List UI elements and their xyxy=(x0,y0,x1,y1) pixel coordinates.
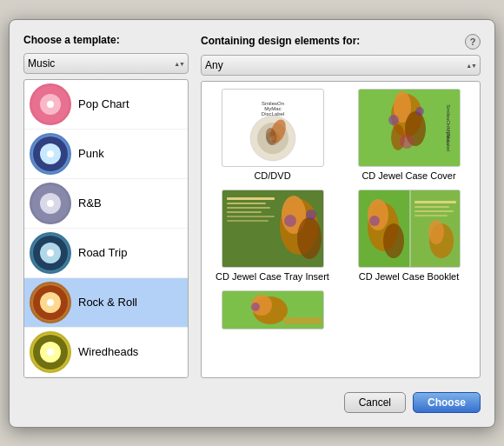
svg-point-11 xyxy=(47,250,54,256)
thumb-tray-insert xyxy=(222,190,324,268)
svg-point-55 xyxy=(369,216,380,226)
svg-point-5 xyxy=(47,150,54,157)
thumb-booklet xyxy=(358,190,461,268)
svg-rect-60 xyxy=(414,215,448,216)
svg-point-14 xyxy=(47,299,54,306)
template-grid[interactable]: SmilesOn MyMac DiscLabel C xyxy=(201,81,481,378)
right-panel-label: Containing design elements for: xyxy=(201,35,360,47)
template-label-pop-chart: Pop Chart xyxy=(78,97,129,110)
template-thumb-wiredheads xyxy=(30,331,71,373)
template-dropdown[interactable]: Music Business Personal School Sports xyxy=(23,53,189,74)
thumb-cddvd: SmilesOn MyMac DiscLabel xyxy=(222,89,324,167)
svg-rect-68 xyxy=(283,317,322,324)
grid-label-cddvd: CD/DVD xyxy=(254,170,290,181)
template-label-road-trip: Road Trip xyxy=(78,246,127,259)
svg-point-53 xyxy=(368,199,388,230)
template-thumb-pop-chart xyxy=(30,83,71,125)
help-button[interactable]: ? xyxy=(465,34,481,50)
template-label-rb: R&B xyxy=(78,196,102,210)
svg-rect-58 xyxy=(414,206,449,208)
left-panel: Choose a template: Music Business Person… xyxy=(23,34,189,378)
svg-point-67 xyxy=(251,303,260,311)
svg-text:DiscLabel: DiscLabel xyxy=(446,132,451,151)
svg-point-17 xyxy=(47,349,54,356)
grid-item-jewel-cover[interactable]: SmilesOnMyMac DiscLabel CD Jewel Case Co… xyxy=(345,89,473,181)
svg-rect-39 xyxy=(227,197,275,200)
grid-item-cddvd[interactable]: SmilesOn MyMac DiscLabel C xyxy=(209,89,336,181)
choose-button[interactable]: Choose xyxy=(413,392,481,413)
dialog-body: Choose a template: Music Business Person… xyxy=(23,34,481,378)
list-item[interactable]: Road Trip xyxy=(24,229,188,278)
svg-point-62 xyxy=(428,220,444,244)
svg-rect-41 xyxy=(227,207,270,209)
grid-label-booklet: CD Jewel Case Booklet xyxy=(359,271,460,282)
template-thumb-rock-roll xyxy=(30,282,71,323)
svg-point-33 xyxy=(415,107,424,116)
grid-label-tray-insert: CD Jewel Case Tray Insert xyxy=(216,271,329,282)
template-label-punk: Punk xyxy=(78,147,104,160)
dialog-footer: Cancel Choose xyxy=(23,389,481,413)
template-thumb-punk xyxy=(30,133,71,175)
svg-point-32 xyxy=(388,115,399,125)
thumb-extra xyxy=(222,290,324,330)
svg-rect-59 xyxy=(414,210,454,212)
template-label-wiredheads: Wiredheads xyxy=(78,345,138,358)
cancel-button[interactable]: Cancel xyxy=(344,392,406,413)
svg-rect-43 xyxy=(227,216,275,217)
template-thumb-road-trip xyxy=(30,232,71,274)
grid-label-jewel-cover: CD Jewel Case Cover xyxy=(361,170,455,181)
svg-point-34 xyxy=(400,135,414,149)
grid-item-extra[interactable] xyxy=(209,290,336,330)
svg-point-47 xyxy=(297,217,322,259)
list-item[interactable]: Rock & Roll xyxy=(24,278,188,328)
list-item[interactable]: Punk xyxy=(24,130,188,179)
svg-rect-44 xyxy=(227,220,269,222)
left-panel-label: Choose a template: xyxy=(23,34,189,46)
thumb-jewel-cover: SmilesOnMyMac DiscLabel xyxy=(358,89,461,167)
grid-item-tray-insert[interactable]: CD Jewel Case Tray Insert xyxy=(209,190,336,282)
template-dropdown-wrapper[interactable]: Music Business Personal School Sports xyxy=(23,53,189,74)
svg-point-8 xyxy=(47,200,54,207)
svg-point-2 xyxy=(47,101,54,108)
elements-dropdown[interactable]: Any Photos Text Only Graphics xyxy=(201,55,481,76)
list-item[interactable]: Pop Chart xyxy=(24,80,188,130)
template-label-rock-roll: Rock & Roll xyxy=(78,296,137,309)
svg-rect-42 xyxy=(227,211,262,213)
template-chooser-dialog: Choose a template: Music Business Person… xyxy=(9,19,495,428)
template-thumb-rb xyxy=(30,183,71,224)
svg-point-48 xyxy=(284,215,296,227)
right-panel-header: Containing design elements for: ? xyxy=(201,34,481,50)
svg-point-54 xyxy=(383,223,404,258)
template-list[interactable]: Pop Chart Punk R&B xyxy=(23,79,189,378)
list-item[interactable]: Wiredheads xyxy=(24,328,188,377)
svg-point-49 xyxy=(306,210,316,220)
svg-rect-57 xyxy=(414,201,456,203)
grid-item-booklet[interactable]: CD Jewel Case Booklet xyxy=(345,190,473,282)
template-grid-inner: SmilesOn MyMac DiscLabel C xyxy=(209,89,473,330)
svg-rect-40 xyxy=(227,203,266,204)
list-item[interactable]: R&B xyxy=(24,179,188,229)
elements-dropdown-wrapper[interactable]: Any Photos Text Only Graphics xyxy=(201,55,481,76)
right-panel: Containing design elements for: ? Any Ph… xyxy=(201,34,481,378)
